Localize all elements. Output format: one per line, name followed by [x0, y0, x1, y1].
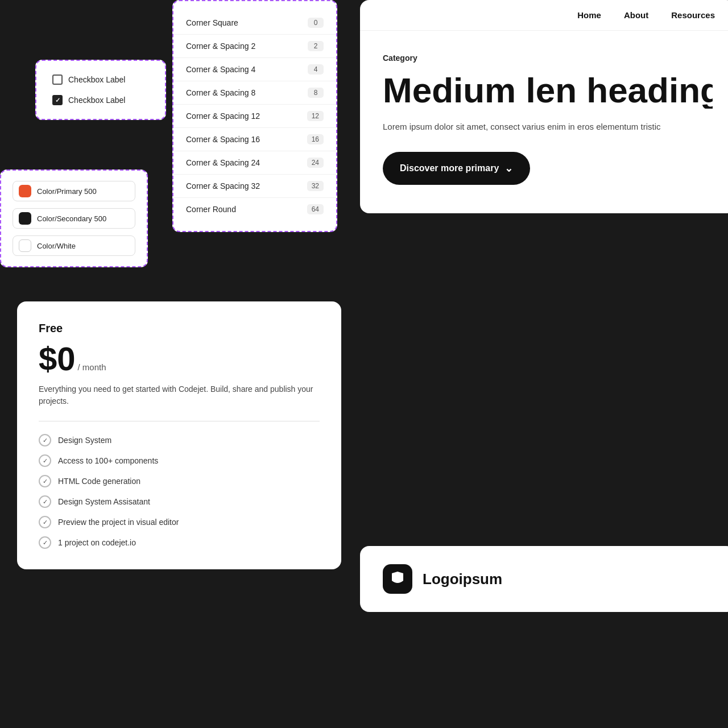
pricing-description: Everything you need to get started with …: [39, 383, 320, 407]
swatch-row-secondary[interactable]: Color/Secondary 500: [13, 208, 135, 229]
pricing-dollar: $0: [39, 340, 76, 378]
feature-item-5: 1 project on codejet.io: [39, 536, 320, 549]
pricing-amount: $0 / month: [39, 340, 320, 378]
corner-badge-8: 64: [307, 204, 324, 214]
swatch-dot-primary: [19, 185, 31, 197]
discover-button-label: Discover more primary: [400, 163, 499, 173]
hero-heading: Medium len heading go: [383, 72, 713, 109]
feature-item-1: Access to 100+ components: [39, 454, 320, 467]
nav-item-home[interactable]: Home: [577, 10, 601, 20]
corner-row-6[interactable]: Corner & Spacing 24 24: [173, 151, 336, 175]
feature-item-4: Preview the project in visual editor: [39, 516, 320, 528]
swatch-row-primary[interactable]: Color/Primary 500: [13, 181, 135, 201]
corner-row-4[interactable]: Corner & Spacing 12 12: [173, 105, 336, 128]
logo-icon: [383, 564, 412, 594]
feature-text-2: HTML Code generation: [58, 477, 140, 486]
hero-card: Home About Resources Category Medium len…: [360, 0, 728, 213]
feature-list: Design System Access to 100+ components …: [39, 434, 320, 549]
feature-text-5: 1 project on codejet.io: [58, 538, 136, 547]
hero-nav: Home About Resources: [360, 0, 728, 31]
corner-name-7: Corner & Spacing 32: [186, 181, 260, 191]
swatch-label-secondary: Color/Secondary 500: [37, 214, 106, 223]
feature-check-0: [39, 434, 51, 446]
checkbox-card: Checkbox Label Checkbox Label: [35, 60, 166, 120]
corner-row-3[interactable]: Corner & Spacing 8 8: [173, 81, 336, 105]
corner-name-8: Corner Round: [186, 205, 236, 214]
corner-name-2: Corner & Spacing 4: [186, 65, 255, 74]
corner-badge-2: 4: [308, 64, 324, 75]
feature-text-3: Design System Assisatant: [58, 497, 150, 506]
corner-name-4: Corner & Spacing 12: [186, 111, 260, 121]
corner-list-card: Corner Square 0 Corner & Spacing 2 2 Cor…: [172, 0, 337, 232]
swatch-label-white: Color/White: [37, 242, 76, 250]
corner-badge-5: 16: [307, 134, 324, 144]
swatch-dot-secondary: [19, 212, 31, 225]
pricing-card: Free $0 / month Everything you need to g…: [17, 301, 341, 569]
pricing-period: / month: [78, 362, 106, 372]
corner-row-1[interactable]: Corner & Spacing 2 2: [173, 35, 336, 58]
corner-row-5[interactable]: Corner & Spacing 16 16: [173, 128, 336, 151]
color-swatch-card: Color/Primary 500 Color/Secondary 500 Co…: [0, 169, 148, 267]
corner-row-0[interactable]: Corner Square 0: [173, 11, 336, 35]
swatch-label-primary: Color/Primary 500: [37, 187, 97, 196]
feature-item-2: HTML Code generation: [39, 475, 320, 487]
hero-content: Category Medium len heading go Lorem ips…: [360, 31, 728, 213]
logo-svg: [389, 570, 406, 588]
corner-badge-4: 12: [307, 111, 324, 121]
feature-check-3: [39, 495, 51, 508]
feature-item-3: Design System Assisatant: [39, 495, 320, 508]
feature-item-0: Design System: [39, 434, 320, 446]
checkbox-label-2: Checkbox Label: [68, 96, 125, 105]
checkbox-checked[interactable]: [52, 95, 63, 105]
corner-badge-3: 8: [308, 88, 324, 98]
checkbox-row-checked[interactable]: Checkbox Label: [52, 95, 149, 105]
feature-check-2: [39, 475, 51, 487]
feature-text-1: Access to 100+ components: [58, 456, 158, 465]
corner-badge-0: 0: [308, 18, 324, 28]
feature-check-5: [39, 536, 51, 549]
feature-check-1: [39, 454, 51, 467]
hero-category: Category: [383, 53, 713, 63]
corner-name-1: Corner & Spacing 2: [186, 42, 255, 51]
corner-row-7[interactable]: Corner & Spacing 32 32: [173, 175, 336, 198]
corner-name-3: Corner & Spacing 8: [186, 88, 255, 97]
logo-bar-card: Logoipsum: [360, 546, 728, 612]
logo-name: Logoipsum: [423, 570, 502, 588]
hero-body: Lorem ipsum dolor sit amet, consect vari…: [383, 120, 713, 134]
feature-text-0: Design System: [58, 436, 111, 445]
corner-badge-6: 24: [307, 158, 324, 168]
corner-name-5: Corner & Spacing 16: [186, 135, 260, 144]
corner-name-6: Corner & Spacing 24: [186, 158, 260, 167]
corner-badge-1: 2: [308, 41, 324, 51]
checkbox-label-1: Checkbox Label: [68, 75, 125, 84]
pricing-divider: [39, 421, 320, 421]
nav-item-about[interactable]: About: [624, 10, 648, 20]
pricing-tier: Free: [39, 322, 320, 335]
nav-item-resources[interactable]: Resources: [671, 10, 715, 20]
swatch-row-white[interactable]: Color/White: [13, 235, 135, 256]
feature-text-4: Preview the project in visual editor: [58, 518, 179, 527]
swatch-dot-white: [19, 239, 31, 252]
corner-name-0: Corner Square: [186, 18, 238, 27]
feature-check-4: [39, 516, 51, 528]
corner-row-8[interactable]: Corner Round 64: [173, 198, 336, 221]
corner-badge-7: 32: [307, 181, 324, 191]
checkbox-row-unchecked[interactable]: Checkbox Label: [52, 75, 149, 85]
corner-row-2[interactable]: Corner & Spacing 4 4: [173, 58, 336, 81]
chevron-down-icon: ⌄: [504, 162, 513, 175]
discover-button[interactable]: Discover more primary ⌄: [383, 152, 530, 185]
checkbox-unchecked[interactable]: [52, 75, 63, 85]
